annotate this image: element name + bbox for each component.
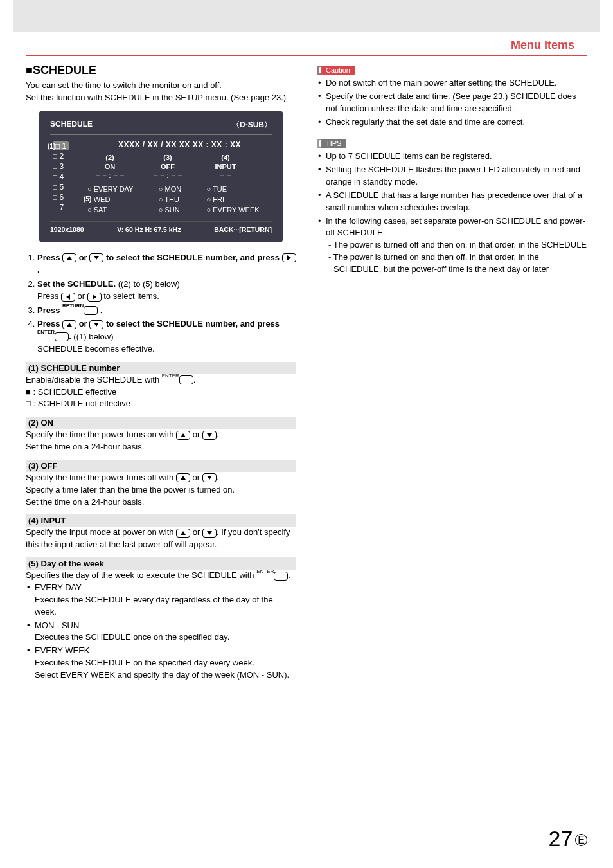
osd-item-7: □ 7: [50, 203, 81, 212]
steps-list: Press or to select the SCHEDULE number, …: [26, 251, 296, 356]
section-title: Menu Items: [26, 39, 587, 52]
up-icon: [176, 473, 190, 482]
osd-input-label: INPUT: [215, 163, 236, 170]
up-icon: [62, 320, 76, 329]
page-number-suffix: E: [575, 834, 587, 846]
tip-1: Setting the SCHEDULE flashes the power L…: [317, 164, 587, 188]
callout-4: (4): [221, 154, 229, 161]
tip-0: Up to 7 SCHEDULE items can be registered…: [317, 150, 587, 163]
osd-item-4: □ 4: [50, 172, 81, 181]
return-icon: [84, 306, 98, 315]
osd-res: 1920x1080: [50, 226, 84, 233]
down-icon: [202, 431, 217, 440]
desc-4a: Specify the input mode at power on with …: [26, 527, 296, 551]
step-4: Press or to select the SCHEDULE number, …: [37, 318, 296, 356]
desc-2a: Specify the time the power turns on with…: [26, 429, 296, 441]
caution-1: Specify the correct date and time. (See …: [317, 91, 587, 115]
end-rule: [26, 683, 296, 683]
desc-1b: : SCHEDULE effective: [26, 386, 296, 399]
heading-bullet: ■: [26, 64, 33, 77]
down-icon: [202, 529, 217, 538]
down-icon: [89, 320, 103, 329]
left-icon: [61, 293, 75, 302]
enter-icon: [179, 375, 193, 384]
dow-item-1: MON - SUNExecutes the SCHEDULE once on t…: [26, 620, 296, 644]
enter-icon: [55, 332, 69, 341]
desc-3a: Specify the time the power turns off wit…: [26, 472, 296, 484]
osd-schedule-list: (1) □ 1 □ 2 □ 3 □ 4 □ 5 □ 6 □ 7: [50, 140, 81, 213]
desc-1a: Enable/disable the SCHEDULE with ENTER.: [26, 374, 296, 386]
right-icon: [87, 293, 102, 302]
heading-text: SCHEDULE: [33, 64, 96, 77]
enter-label: ENTER: [37, 329, 55, 335]
osd-panel: SCHEDULE 〈D-SUB〉 (1) □ 1 □ 2 □ 3 □ 4 □ 5…: [39, 111, 283, 242]
step-1: Press or to select the SCHEDULE number, …: [37, 251, 296, 276]
osd-item-5: □ 5: [50, 183, 81, 192]
osd-back: BACK···[RETURN]: [214, 226, 272, 233]
osd-item-6: □ 6: [50, 193, 81, 202]
callout-3: (3): [163, 154, 172, 161]
right-column: Caution Do not switch off the main power…: [317, 64, 587, 683]
osd-on-label: ON: [105, 163, 116, 170]
desc-h5: (5) Day of the week: [26, 557, 296, 570]
desc-h4: (4) INPUT: [26, 514, 296, 527]
day-thu: THU: [159, 195, 194, 203]
callout-1: (1): [48, 143, 55, 150]
down-icon: [202, 473, 217, 482]
step-2: Set the SCHEDULE. ((2) to (5) below) Pre…: [37, 278, 296, 303]
tip-2: A SCHEDULE that has a large number has p…: [317, 190, 587, 214]
osd-days: EVERY DAY MON TUE WED THU FRI SAT SUN EV…: [87, 185, 272, 213]
osd-item-2: □ 2: [50, 152, 81, 161]
day-fri: FRI: [207, 195, 272, 203]
caution-2: Check regularly that the set date and ti…: [317, 116, 587, 129]
schedule-heading: ■SCHEDULE: [26, 64, 296, 77]
right-icon: [282, 253, 296, 262]
day-wed: WED: [87, 195, 146, 203]
tip-3: In the following cases, set separate pow…: [317, 215, 587, 276]
enter-icon: [274, 572, 288, 581]
title-rule: [26, 55, 587, 56]
dow-item-2: EVERY WEEKExecutes the SCHEDULE on the s…: [26, 645, 296, 682]
up-icon: [176, 431, 190, 440]
day-every: EVERY DAY: [87, 185, 146, 193]
osd-source: 〈D-SUB〉: [232, 120, 272, 131]
up-icon: [62, 253, 76, 262]
day-of-week-list: EVERY DAYExecutes the SCHEDULE every day…: [26, 582, 296, 682]
osd-date: XXXX / XX / XX XX XX : XX : XX: [87, 140, 272, 149]
desc-h1: (1) SCHEDULE number: [26, 362, 296, 374]
up-icon: [176, 529, 190, 538]
dow-item-0: EVERY DAYExecutes the SCHEDULE every day…: [26, 582, 296, 619]
osd-freq: V: 60 Hz H: 67.5 kHz: [117, 226, 181, 233]
caution-0: Do not switch off the main power after s…: [317, 77, 587, 89]
desc-h2: (2) ON: [26, 417, 296, 429]
desc-1c: : SCHEDULE not effective: [26, 398, 296, 410]
osd-input-val: − −: [220, 171, 231, 180]
intro-2: Set this function with SCHEDULE in the S…: [26, 92, 296, 104]
osd-off-val: − − : − −: [154, 171, 182, 180]
page-number: 27E: [549, 826, 588, 851]
day-sun: SUN: [159, 206, 194, 213]
content: Menu Items ■SCHEDULE You can set the tim…: [0, 32, 613, 696]
step-3: Press RETURN .: [37, 304, 296, 317]
tips-tag: TIPS: [317, 139, 346, 148]
return-label: RETURN: [62, 303, 84, 309]
desc-2d: Set the time on a 24-hour basis.: [26, 441, 296, 453]
osd-off-label: OFF: [161, 163, 175, 170]
day-mon: MON: [159, 185, 194, 193]
osd-on-val: − − : − −: [96, 171, 125, 180]
down-icon: [89, 253, 103, 262]
left-column: ■SCHEDULE You can set the time to switch…: [26, 64, 296, 683]
osd-item-3: □ 3: [50, 162, 81, 171]
callout-5: (5): [84, 195, 91, 203]
tips-list: Up to 7 SCHEDULE items can be registered…: [317, 150, 587, 275]
callout-2: (2): [105, 154, 114, 161]
desc-h3: (3) OFF: [26, 460, 296, 472]
tip-sub-1: - The power is turned on and then off, i…: [326, 251, 587, 276]
day-everyweek: EVERY WEEK: [207, 206, 272, 213]
caution-list: Do not switch off the main power after s…: [317, 77, 587, 128]
intro-1: You can set the time to switch the monit…: [26, 80, 296, 92]
day-tue: TUE: [207, 185, 272, 193]
desc-3e: Set the time on a 24-hour basis.: [26, 496, 296, 509]
caution-tag: Caution: [317, 66, 355, 75]
header-bar: [13, 0, 600, 32]
